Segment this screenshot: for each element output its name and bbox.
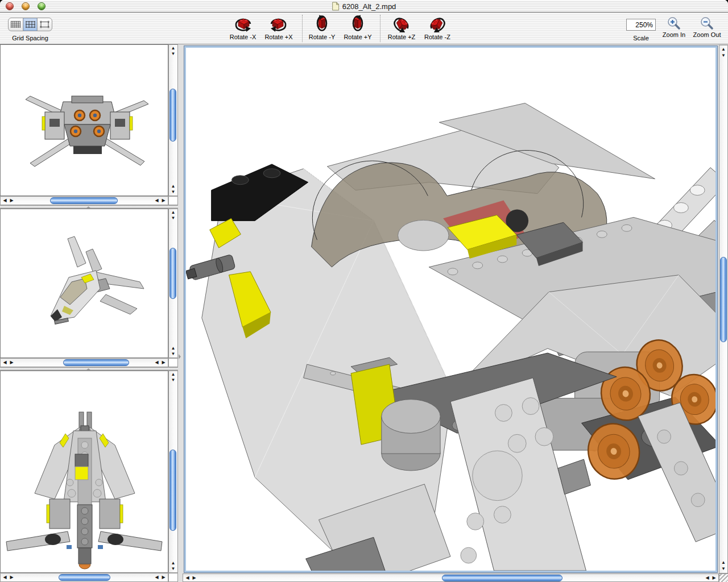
scroll-down-arrow[interactable]: ▼ [169, 566, 177, 572]
scrollbar-corner [168, 573, 178, 582]
grid-coarse-segment[interactable] [38, 18, 52, 31]
scroll-right-arrow[interactable]: ▶ [9, 573, 15, 581]
scroll-left-arrow[interactable]: ◀ [184, 574, 191, 581]
rear-hscroll-thumb[interactable] [50, 197, 118, 204]
viewport-rear: ▲ ▼ ▲ ▼ ◀ ▶ ◀ ▶ [0, 44, 178, 205]
scroll-right-arrow[interactable]: ▶ [160, 197, 167, 205]
top-vscroll-thumb[interactable] [169, 450, 176, 531]
scroll-right-arrow[interactable]: ▶ [160, 359, 167, 367]
close-button[interactable] [6, 2, 14, 10]
scroll-up-arrow[interactable]: ▲ [169, 372, 177, 377]
rotate-plus-y-icon [348, 14, 367, 34]
scroll-left-arrow[interactable]: ◀ [154, 197, 160, 205]
main-horizontal-scrollbar[interactable]: ◀ ▶ ◀ ▶ [183, 573, 719, 582]
scroll-down-arrow[interactable]: ▼ [169, 51, 177, 57]
zoom-out-icon [700, 16, 714, 31]
model-rear-render [1, 45, 168, 196]
rotate-plus-y-button[interactable]: Rotate +Y [340, 14, 376, 40]
viewport-main-canvas[interactable] [184, 45, 718, 573]
app-window: 6208_Alt_2.mpd [0, 0, 728, 582]
scroll-down-arrow[interactable]: ▼ [169, 215, 177, 221]
window-title: 6208_Alt_2.mpd [332, 0, 396, 13]
title-bar[interactable]: 6208_Alt_2.mpd [0, 0, 728, 13]
main-vscroll-thumb[interactable] [720, 257, 727, 342]
grid-coarse-icon [39, 20, 50, 28]
grid-spacing-segmented-control [8, 18, 52, 31]
zoom-in-button[interactable]: Zoom In [659, 14, 689, 38]
rear-vertical-scrollbar[interactable]: ▲ ▼ ▲ ▼ [168, 44, 178, 196]
scroll-up-arrow[interactable]: ▲ [169, 560, 177, 566]
grid-spacing-label: Grid Spacing [0, 35, 60, 41]
toolbar-separator [302, 15, 303, 42]
scroll-right-arrow[interactable]: ▶ [191, 574, 197, 581]
scroll-right-arrow[interactable]: ▶ [711, 574, 717, 581]
scroll-left-arrow[interactable]: ◀ [704, 574, 710, 581]
model-isometric-render [1, 209, 168, 357]
column-splitter-dimple-icon[interactable] [179, 354, 181, 359]
minimize-button[interactable] [22, 2, 30, 10]
scroll-down-arrow[interactable]: ▼ [169, 377, 177, 383]
top-hscroll-thumb[interactable] [59, 574, 110, 581]
rear-horizontal-scrollbar[interactable]: ◀ ▶ ◀ ▶ [0, 196, 168, 205]
content-area: ▲ ▼ ▲ ▼ ◀ ▶ ◀ ▶ [0, 45, 728, 582]
rear-vscroll-thumb[interactable] [169, 89, 176, 142]
isometric-vscroll-thumb[interactable] [169, 248, 176, 299]
rotate-plus-x-button[interactable]: Rotate +X [260, 14, 297, 40]
rotate-minus-y-button[interactable]: Rotate -Y [304, 14, 340, 40]
scroll-down-arrow[interactable]: ▼ [169, 189, 177, 195]
rotate-plus-x-label: Rotate +X [260, 34, 297, 40]
document-proxy-icon[interactable] [332, 2, 340, 11]
top-vertical-scrollbar[interactable]: ▲ ▼ ▲ ▼ [168, 371, 178, 573]
scroll-up-arrow[interactable]: ▲ [719, 560, 727, 566]
rotate-plus-x-icon [269, 14, 288, 34]
main-hscroll-thumb[interactable] [442, 575, 562, 581]
grid-medium-segment[interactable] [23, 18, 38, 31]
isometric-horizontal-scrollbar[interactable]: ◀ ▶ ◀ ▶ [0, 358, 168, 367]
scroll-left-arrow[interactable]: ◀ [154, 573, 160, 581]
top-horizontal-scrollbar[interactable]: ◀ ▶ ◀ ▶ [0, 573, 168, 582]
grid-medium-icon [25, 20, 36, 28]
scroll-up-arrow[interactable]: ▲ [169, 210, 177, 215]
grid-fine-icon [10, 20, 21, 28]
zoom-window-button[interactable] [38, 2, 46, 10]
rotate-minus-x-button[interactable]: Rotate -X [225, 14, 261, 40]
scrollbar-corner [168, 358, 178, 367]
zoom-out-button[interactable]: Zoom Out [691, 14, 723, 38]
scroll-up-arrow[interactable]: ▲ [169, 45, 177, 51]
grid-fine-segment[interactable] [9, 18, 23, 31]
scroll-down-arrow[interactable]: ▼ [719, 53, 727, 59]
viewport-top-canvas[interactable] [0, 371, 168, 573]
scroll-up-arrow[interactable]: ▲ [169, 346, 177, 351]
scale-label: Scale [624, 35, 657, 41]
scroll-down-arrow[interactable]: ▼ [169, 351, 177, 357]
rotate-minus-z-button[interactable]: Rotate -Z [419, 14, 456, 40]
viewport-rear-canvas[interactable] [0, 44, 168, 196]
scroll-right-arrow[interactable]: ▶ [9, 197, 15, 205]
rotate-minus-x-label: Rotate -X [225, 34, 261, 40]
window-resize-grip[interactable] [719, 573, 728, 582]
viewport-isometric-canvas[interactable] [0, 209, 168, 358]
scroll-up-arrow[interactable]: ▲ [169, 184, 177, 189]
model-perspective-render [186, 48, 715, 571]
viewport-top: ▲ ▼ ▲ ▼ ◀ ▶ ◀ ▶ [0, 371, 178, 582]
scroll-down-arrow[interactable]: ▼ [719, 566, 727, 572]
scale-input[interactable] [626, 19, 656, 31]
main-vertical-scrollbar[interactable]: ▲ ▼ ▲ ▼ [719, 45, 728, 573]
toolbar: Grid Spacing Rotate -X Rotate +X Rotate … [0, 13, 728, 44]
scroll-left-arrow[interactable]: ◀ [2, 359, 8, 367]
isometric-vertical-scrollbar[interactable]: ▲ ▼ ▲ ▼ [168, 209, 178, 358]
rotate-plus-z-button[interactable]: Rotate +Z [383, 14, 420, 40]
scroll-up-arrow[interactable]: ▲ [719, 47, 727, 52]
rotate-plus-y-label: Rotate +Y [340, 34, 376, 40]
scroll-right-arrow[interactable]: ▶ [9, 359, 15, 367]
scrollbar-corner [168, 196, 178, 205]
scroll-left-arrow[interactable]: ◀ [2, 197, 8, 205]
zoom-in-icon [667, 16, 681, 31]
scroll-left-arrow[interactable]: ◀ [2, 573, 8, 581]
zoom-out-label: Zoom Out [691, 31, 723, 38]
scroll-right-arrow[interactable]: ▶ [160, 573, 167, 581]
zoom-in-label: Zoom In [659, 31, 689, 38]
viewport-main: ▲ ▼ ▲ ▼ ◀ ▶ ◀ ▶ [183, 45, 728, 582]
scroll-left-arrow[interactable]: ◀ [154, 359, 160, 367]
isometric-hscroll-thumb[interactable] [63, 359, 129, 366]
